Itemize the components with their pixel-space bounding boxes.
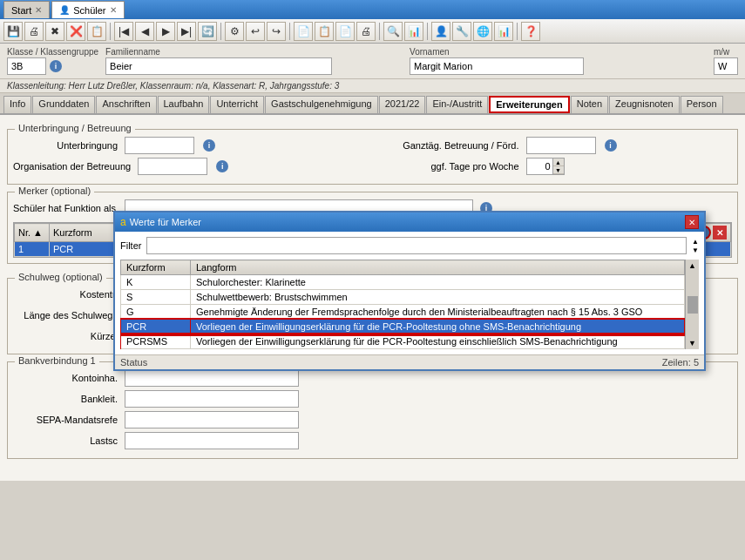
- tab-gastschule[interactable]: Gastschulgenehmigung: [265, 96, 378, 113]
- dialog-filter-input[interactable]: [146, 237, 687, 254]
- dialog-scrollbar[interactable]: ▲ ▼: [685, 260, 699, 349]
- scroll-down-button[interactable]: ▼: [688, 339, 696, 347]
- help-button[interactable]: ❓: [521, 22, 540, 41]
- dialog-zeilen: Zeilen: 5: [662, 357, 699, 368]
- familienname-input[interactable]: [105, 57, 332, 75]
- scroll-up-button[interactable]: ▲: [688, 261, 696, 270]
- save-button[interactable]: 💾: [3, 22, 23, 41]
- mw-input[interactable]: [714, 57, 738, 75]
- dialog-cell-s-kurz: S: [121, 290, 191, 305]
- dialog-title-left: a Werte für Merker: [120, 216, 201, 228]
- doc2-button[interactable]: 📋: [315, 22, 334, 41]
- dialog-cell-g-kurz: G: [121, 305, 191, 320]
- dialog-cell-pcrsms-lang: Vorliegen der Einwilligungserklärung für…: [191, 334, 685, 349]
- config-button[interactable]: 🔧: [452, 22, 471, 41]
- dialog-filter-row: Filter ▲ ▼: [120, 237, 699, 254]
- tab-grunddaten[interactable]: Grunddaten: [32, 96, 95, 113]
- dialog-titlebar: a Werte für Merker ✕: [115, 213, 704, 232]
- tab-start-close[interactable]: ✕: [35, 5, 42, 15]
- tab-2122[interactable]: 2021/22: [379, 96, 426, 113]
- doc1-button[interactable]: 📄: [294, 22, 313, 41]
- search-button[interactable]: 🔍: [383, 22, 403, 41]
- dialog-row-g[interactable]: G Genehmigte Änderung der Fremdsprachenf…: [121, 305, 685, 320]
- vorname-input[interactable]: [410, 57, 584, 75]
- next-button[interactable]: ▶: [156, 22, 175, 41]
- last-button[interactable]: ▶|: [177, 22, 196, 41]
- mw-label: m/w: [714, 47, 738, 57]
- dialog-col-langform[interactable]: Langform: [191, 260, 685, 275]
- scroll-thumb: [687, 296, 698, 314]
- dialog-cell-s-lang: Schulwettbewerb: Brustschwimmen: [191, 290, 685, 305]
- toolbar-divider-2: [220, 23, 221, 40]
- undo-button[interactable]: ↩: [246, 22, 265, 41]
- dialog-table: Kurzform Langform K Schulorchester: Klar…: [120, 260, 685, 349]
- tab-noten[interactable]: Noten: [571, 96, 608, 113]
- klasse-group: Klasse / Klassengruppe i: [7, 47, 98, 75]
- klasse-info-icon[interactable]: i: [50, 60, 62, 72]
- dialog-col-kurzform[interactable]: Kurzform: [121, 260, 191, 275]
- vorname-label: Vornamen: [410, 47, 707, 57]
- dialog-icon: a: [120, 216, 126, 228]
- familienname-group: Familienname: [105, 47, 403, 75]
- tab-schueler-close[interactable]: ✕: [110, 5, 117, 15]
- dialog-close-button[interactable]: ✕: [685, 215, 699, 229]
- dialog-filter-label: Filter: [120, 240, 141, 251]
- tab-schueler[interactable]: 👤 Schüler ✕: [51, 1, 124, 18]
- main-toolbar: 💾 🖨 ✖ ❌ 📋 |◀ ◀ ▶ ▶| 🔄 ⚙ ↩ ↪ 📄 📋 📄 🖨 🔍 📊 …: [0, 19, 745, 44]
- toolbar-divider-3: [289, 23, 290, 40]
- delete-button[interactable]: ✖: [45, 22, 64, 41]
- doc3-button[interactable]: 📄: [335, 22, 355, 41]
- dialog-cell-pcrsms-kurz: PCRSMS: [121, 334, 191, 349]
- klasse-input[interactable]: [7, 57, 46, 75]
- settings-button[interactable]: ⚙: [225, 22, 244, 41]
- redo-button[interactable]: ↪: [267, 22, 286, 41]
- tab-einaustritt[interactable]: Ein-/Austritt: [426, 96, 488, 113]
- dialog-table-header: Kurzform Langform: [121, 260, 685, 275]
- sort-down-icon[interactable]: ▼: [692, 246, 699, 254]
- tab-anschriften[interactable]: Anschriften: [96, 96, 156, 113]
- stats-button[interactable]: 📊: [494, 22, 513, 41]
- klasse-label: Klasse / Klassengruppe: [7, 47, 98, 57]
- dialog-overlay: a Werte für Merker ✕ Filter ▲ ▼: [0, 115, 745, 481]
- print2-button[interactable]: 🖨: [356, 22, 376, 41]
- vorname-group: Vornamen: [410, 47, 707, 75]
- cancel-button[interactable]: ❌: [66, 22, 85, 41]
- toolbar-divider-1: [110, 23, 111, 40]
- first-button[interactable]: |◀: [114, 22, 133, 41]
- dialog-row-k[interactable]: K Schulorchester: Klarinette: [121, 275, 685, 290]
- dialog-statusbar: Status Zeilen: 5: [115, 354, 704, 369]
- werte-dialog: a Werte für Merker ✕ Filter ▲ ▼: [113, 211, 706, 371]
- dialog-cell-g-lang: Genehmigte Änderung der Fremdsprachenfol…: [191, 305, 685, 320]
- main-content: Unterbringung / Betreuung Unterbringung …: [0, 115, 745, 481]
- tab-start[interactable]: Start ✕: [3, 1, 50, 18]
- dialog-cell-k-lang: Schulorchester: Klarinette: [191, 275, 685, 290]
- prev-button[interactable]: ◀: [135, 22, 154, 41]
- tab-schueler-label: Schüler: [73, 5, 105, 16]
- mw-group: m/w: [714, 47, 738, 75]
- dialog-row-pcrsms[interactable]: PCRSMS Vorliegen der Einwilligungserklär…: [121, 334, 685, 349]
- tab-info[interactable]: Info: [3, 96, 31, 113]
- dialog-sort-icons: ▲ ▼: [692, 238, 699, 254]
- dialog-table-area: Kurzform Langform K Schulorchester: Klar…: [120, 260, 685, 349]
- tab-zeugnisnoten[interactable]: Zeugnisnoten: [609, 96, 680, 113]
- dialog-content: Filter ▲ ▼ Kurzform: [115, 232, 704, 354]
- tab-unterricht[interactable]: Unterricht: [210, 96, 264, 113]
- dialog-title: Werte für Merker: [130, 217, 201, 227]
- title-bar: Start ✕ 👤 Schüler ✕: [0, 0, 745, 19]
- tab-person[interactable]: Person: [681, 96, 723, 113]
- chart-button[interactable]: 📊: [404, 22, 423, 41]
- user-button[interactable]: 👤: [431, 22, 450, 41]
- form-header: Klasse / Klassengruppe i Familienname Vo…: [0, 44, 745, 79]
- dialog-row-s[interactable]: S Schulwettbewerb: Brustschwimmen: [121, 290, 685, 305]
- tab-erweiterungen[interactable]: Erweiterungen: [489, 96, 569, 113]
- toolbar-divider-4: [379, 23, 380, 40]
- tab-laufbahn[interactable]: Laufbahn: [158, 96, 210, 113]
- globe-button[interactable]: 🌐: [473, 22, 492, 41]
- dialog-row-pcr[interactable]: PCR Vorliegen der Einwilligungserklärung…: [121, 320, 685, 334]
- copy-button[interactable]: 📋: [87, 22, 106, 41]
- print-button[interactable]: 🖨: [24, 22, 44, 41]
- refresh-button[interactable]: 🔄: [198, 22, 217, 41]
- navigation-tabs: Info Grunddaten Anschriften Laufbahn Unt…: [0, 93, 745, 115]
- familienname-label: Familienname: [105, 47, 403, 57]
- sort-up-icon[interactable]: ▲: [692, 238, 699, 246]
